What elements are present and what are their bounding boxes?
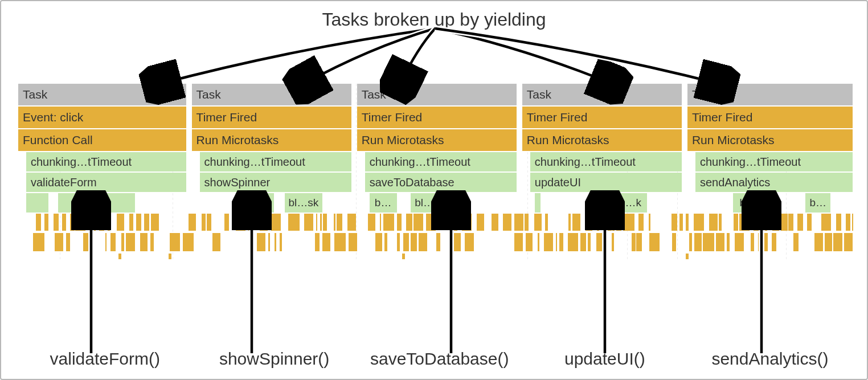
task-column-0: TaskEvent: clickFunction Callchunking…tT… — [18, 84, 192, 214]
function-label: updateUI — [530, 173, 682, 192]
fragment-row: bl…kb… — [695, 193, 853, 213]
task-column-3: TaskTimer FiredRun Microtaskschunking…tT… — [522, 84, 687, 214]
fragment: bl…k — [411, 193, 444, 213]
function-label: showSpinner — [200, 173, 351, 192]
fragment: b…k — [613, 193, 647, 213]
event-label: Timer Fired — [687, 107, 853, 128]
fragment: b…k — [58, 193, 135, 213]
bottom-label-4: sendAnalytics() — [687, 349, 853, 369]
fragment: bl…sk — [236, 193, 274, 213]
event-label: Event: click — [18, 107, 186, 128]
event-label: Timer Fired — [192, 107, 351, 128]
fragment-row: b…k — [26, 193, 186, 213]
event-label: Timer Fired — [522, 107, 682, 128]
fragment: bl…k — [733, 193, 771, 213]
task-label: Task — [357, 84, 517, 105]
barcode-row-3 — [18, 254, 853, 259]
task-label: Task — [687, 84, 853, 105]
flamegraph-chart: TaskEvent: clickFunction Callchunking…tT… — [18, 84, 853, 261]
fragment-row: b…k — [530, 193, 682, 213]
fragment: b… — [370, 193, 397, 213]
phase-label: Run Microtasks — [192, 129, 351, 151]
task-column-4: TaskTimer FiredRun Microtaskschunking…tT… — [687, 84, 853, 214]
function-label: sendAnalytics — [695, 173, 853, 192]
microtask-label: chunking…tTimeout — [200, 152, 351, 171]
function-label: validateForm — [26, 173, 186, 192]
phase-label: Function Call — [18, 129, 186, 151]
fragment: b… — [805, 193, 830, 213]
task-column-2: TaskTimer FiredRun Microtaskschunking…tT… — [357, 84, 522, 214]
diagram-frame: Tasks broken up by yielding TaskEvent: c… — [0, 0, 868, 380]
bottom-labels: validateForm()showSpinner()saveToDatabas… — [18, 349, 853, 369]
bottom-label-0: validateForm() — [18, 349, 192, 369]
event-label: Timer Fired — [357, 107, 517, 128]
barcode-row-1 — [18, 214, 853, 231]
task-label: Task — [522, 84, 682, 105]
function-label: saveToDatabase — [365, 173, 517, 192]
diagram-title: Tasks broken up by yielding — [322, 9, 546, 30]
fragment — [26, 193, 48, 213]
microtask-label: chunking…tTimeout — [365, 152, 517, 171]
fragment-row: b…bl…k — [365, 193, 517, 213]
fragment-row: bl…skbl…sk — [200, 193, 351, 213]
fragment: bl…sk — [285, 193, 323, 213]
bottom-label-1: showSpinner() — [192, 349, 357, 369]
phase-label: Run Microtasks — [357, 129, 517, 151]
fragment — [535, 193, 541, 213]
microtask-label: chunking…tTimeout — [26, 152, 186, 171]
bottom-label-3: updateUI() — [522, 349, 687, 369]
barcode-row-2 — [18, 233, 853, 251]
bottom-label-2: saveToDatabase() — [357, 349, 522, 369]
task-label: Task — [18, 84, 186, 105]
microtask-label: chunking…tTimeout — [695, 152, 853, 171]
task-label: Task — [192, 84, 351, 105]
phase-label: Run Microtasks — [687, 129, 853, 151]
phase-label: Run Microtasks — [522, 129, 682, 151]
task-column-1: TaskTimer FiredRun Microtaskschunking…tT… — [192, 84, 357, 214]
microtask-label: chunking…tTimeout — [530, 152, 682, 171]
